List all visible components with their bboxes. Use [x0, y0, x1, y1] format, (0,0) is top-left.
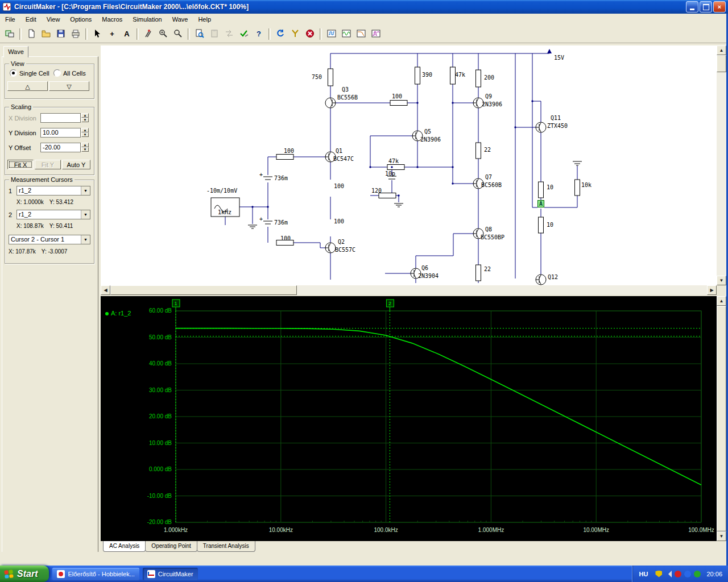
menu-edit[interactable]: Edit [20, 15, 42, 24]
radio-single-cell[interactable]: Single Cell [10, 69, 49, 77]
radio-all-cells[interactable]: All Cells [53, 69, 86, 77]
schematic-vscrollbar[interactable]: ▲ ▼ [717, 45, 726, 285]
plot-vscroll-thumb[interactable] [717, 306, 726, 531]
menu-macros[interactable]: Macros [97, 15, 127, 24]
schematic-canvas[interactable]: 15V750Q3BC556B39047k200100Q92N3906Q52N39… [101, 45, 717, 285]
zoom-tool-icon [173, 29, 183, 39]
status-blue-icon[interactable] [684, 571, 691, 577]
stop-simulation-button[interactable] [303, 27, 317, 41]
probe-meter-button[interactable] [288, 27, 302, 41]
hscroll-thumb[interactable] [110, 285, 297, 295]
minimize-button[interactable] [686, 1, 698, 13]
bode-window-button[interactable] [354, 27, 368, 41]
save-button[interactable] [54, 27, 68, 41]
cursor2-signal-combo[interactable]: r1_2▼ [16, 210, 90, 219]
start-button[interactable]: Start [0, 566, 49, 582]
vscroll-thumb[interactable] [717, 55, 726, 72]
y-offset-input[interactable]: -20.00 [40, 143, 81, 152]
analog-scope-button[interactable] [340, 27, 353, 41]
title-bar: CircuitMaker - [C:\Program Files\Circuit… [0, 0, 728, 14]
text-tool-button[interactable]: A [120, 27, 134, 41]
language-indicator[interactable]: HU [639, 571, 648, 577]
scroll-down-icon[interactable]: ▼ [717, 276, 726, 285]
clock[interactable]: 20:06 [706, 571, 722, 577]
help-button[interactable]: ? [252, 27, 266, 41]
x-division-input[interactable] [40, 113, 81, 123]
chevron-down-icon[interactable]: ▼ [81, 210, 90, 219]
y-division-spinner[interactable]: ▲▼ [81, 128, 89, 138]
fit-x-button[interactable]: Fit X [7, 160, 34, 169]
digital-waves-button[interactable] [325, 27, 338, 41]
menu-view[interactable]: View [42, 15, 65, 24]
svg-text:30.00 dB: 30.00 dB [149, 387, 172, 393]
zoom-in-button[interactable] [156, 27, 170, 41]
waveform-plot[interactable]: 60.00 dB50.00 dB40.00 dB30.00 dB20.00 dB… [101, 296, 717, 541]
arrow-tool-icon [93, 29, 102, 39]
schematic-board-button[interactable] [3, 27, 16, 41]
print-icon [71, 29, 81, 39]
scroll-up-icon[interactable]: ▲ [717, 296, 726, 306]
panel-tab-wave[interactable]: Wave [3, 46, 28, 57]
status-green-icon[interactable] [694, 571, 701, 577]
clipboard-button[interactable] [208, 27, 221, 41]
arrow-tool-button[interactable] [90, 27, 104, 41]
open-folder-button[interactable] [39, 27, 53, 41]
pan-down-button[interactable]: ▽ [49, 81, 89, 91]
zoom-tool-button[interactable] [171, 27, 185, 41]
compare-button[interactable] [222, 27, 236, 41]
x-division-spinner[interactable]: ▲▼ [81, 113, 89, 123]
y-division-input[interactable]: 10.00 [40, 128, 81, 138]
tab-ac-analysis[interactable]: AC Analysis [103, 541, 146, 552]
chevron-down-icon[interactable]: ▼ [81, 186, 90, 195]
menu-help[interactable]: Help [193, 15, 216, 24]
print-button[interactable] [69, 27, 82, 41]
cursor-diff-combo[interactable]: Cursor 2 - Cursor 1▼ [9, 235, 90, 244]
bode-window-icon [357, 29, 366, 39]
reset-simulation-button[interactable] [274, 27, 287, 41]
cursor-diff-readout: X: 107.87kY: -3.0007 [9, 248, 73, 255]
tab-operating-point[interactable]: Operating Point [145, 541, 197, 552]
find-part-button[interactable] [193, 27, 206, 41]
mixed-signal-button[interactable] [369, 27, 383, 41]
scroll-up-icon[interactable]: ▲ [717, 45, 726, 55]
scroll-down-icon[interactable]: ▼ [717, 531, 726, 541]
close-button[interactable]: × [713, 1, 726, 13]
plus-icon: + [110, 30, 114, 38]
fit-y-button[interactable]: Fit Y [35, 160, 61, 169]
svg-text:100.0MHz: 100.0MHz [688, 527, 714, 533]
probe-tool-button[interactable] [142, 27, 155, 41]
add-part-button[interactable]: + [105, 27, 119, 41]
auto-y-button[interactable]: Auto Y [62, 160, 90, 169]
volume-icon[interactable] [665, 571, 672, 577]
schematic-hscrollbar[interactable]: ◀ ▶ [101, 285, 717, 295]
pan-up-button[interactable]: △ [7, 81, 48, 91]
task-browser[interactable]: Előerősítő - Hobbielek... [52, 568, 139, 580]
menu-simulation[interactable]: Simulation [127, 15, 167, 24]
trace-color-icon [105, 312, 109, 315]
maximize-icon [703, 4, 709, 10]
save-icon [56, 29, 66, 39]
scroll-left-icon[interactable]: ◀ [101, 285, 110, 295]
status-red-icon[interactable] [675, 571, 681, 577]
scroll-right-icon[interactable]: ▶ [707, 285, 717, 295]
circuitmaker-icon [147, 570, 155, 578]
menu-options[interactable]: Options [65, 15, 97, 24]
task-circuitmaker[interactable]: CircuitMaker [143, 568, 198, 580]
new-file-icon [27, 29, 36, 39]
menu-wave[interactable]: Wave [167, 15, 193, 24]
menu-file[interactable]: File [0, 15, 20, 24]
y-offset-spinner[interactable]: ▲▼ [81, 143, 89, 152]
analysis-tabs: AC Analysis Operating Point Transient An… [101, 541, 728, 552]
svg-text:-10.00 dB: -10.00 dB [147, 493, 172, 499]
check-tools-button[interactable] [237, 27, 251, 41]
chevron-down-icon[interactable]: ▼ [81, 235, 90, 244]
maximize-button[interactable] [700, 1, 712, 13]
svg-text:10.00MHz: 10.00MHz [583, 527, 609, 533]
new-file-button[interactable] [24, 27, 38, 41]
plot-vscrollbar[interactable]: ▲ ▼ [717, 296, 726, 541]
toolbar-separator [320, 28, 322, 40]
toolbar-separator [85, 28, 88, 40]
security-shield-icon[interactable] [655, 571, 662, 577]
tab-transient-analysis[interactable]: Transient Analysis [197, 541, 255, 552]
cursor1-signal-combo[interactable]: r1_2▼ [16, 186, 90, 196]
